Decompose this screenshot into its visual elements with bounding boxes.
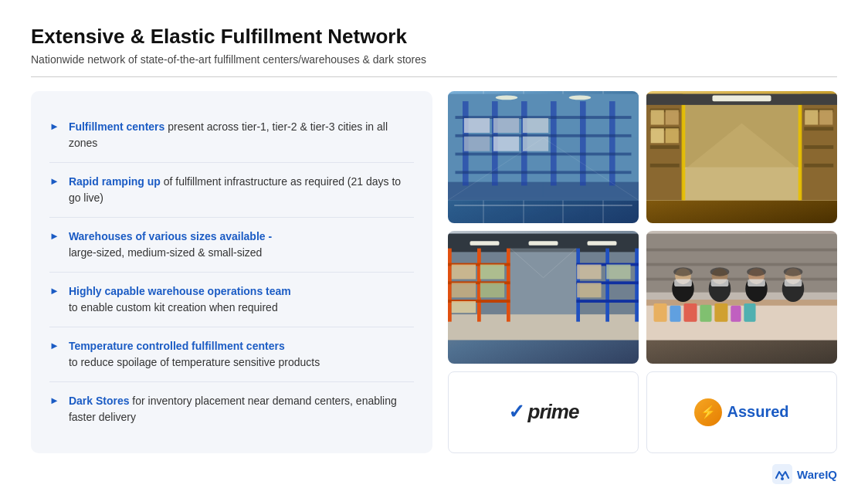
svg-rect-36: [798, 94, 802, 201]
prime-check-icon: ✓: [508, 400, 525, 424]
svg-rect-28: [650, 145, 680, 149]
bullet-arrow-icon: ►: [49, 230, 59, 242]
svg-rect-68: [577, 265, 601, 280]
svg-rect-80: [646, 300, 837, 306]
svg-rect-39: [651, 128, 664, 143]
svg-point-19: [569, 96, 592, 100]
svg-rect-32: [804, 127, 833, 130]
svg-rect-89: [674, 280, 692, 287]
svg-rect-100: [700, 305, 711, 322]
svg-point-93: [673, 268, 693, 276]
svg-rect-11: [456, 171, 632, 174]
prime-logo: ✓ prime: [508, 400, 579, 424]
svg-rect-44: [713, 96, 771, 102]
warehouse-photo-2: [646, 91, 837, 223]
wareiq-brand: WareIQ: [772, 464, 837, 484]
svg-rect-91: [748, 280, 765, 287]
svg-rect-49: [529, 241, 558, 246]
svg-rect-90: [711, 280, 729, 287]
svg-rect-65: [452, 301, 476, 313]
svg-rect-12: [464, 118, 490, 133]
warehouse-photo-3: [448, 231, 639, 363]
svg-rect-33: [804, 145, 833, 149]
bullet-text-b2: Rapid ramping up of fulfillment infrastr…: [69, 174, 414, 206]
svg-rect-63: [452, 265, 476, 280]
header-divider: [31, 76, 837, 77]
svg-rect-53: [507, 249, 510, 322]
bullet-strong-b1: Fulfillment centers: [69, 120, 164, 133]
svg-rect-41: [805, 110, 818, 125]
svg-rect-101: [714, 303, 727, 322]
svg-rect-35: [682, 94, 686, 201]
bullet-list-panel: ► Fulfillment centers present across tie…: [31, 91, 432, 453]
assured-icon: ⚡: [694, 398, 722, 426]
bullet-item-b3: ► Warehouses of various sizes available …: [49, 218, 414, 273]
svg-rect-98: [670, 306, 680, 322]
bullet-arrow-icon: ►: [49, 340, 59, 351]
svg-rect-71: [510, 249, 577, 315]
svg-rect-51: [448, 249, 452, 322]
svg-rect-50: [588, 241, 617, 246]
warehouse-team-photo: [646, 231, 837, 363]
svg-rect-66: [480, 265, 504, 280]
logos-row: ✓ prime ⚡ Assured: [448, 371, 837, 453]
assured-logo: ⚡ Assured: [694, 398, 788, 426]
bullet-text-b1: Fulfillment centers present across tier-…: [69, 119, 414, 151]
prime-label: prime: [528, 400, 579, 424]
bullet-arrow-icon: ►: [49, 285, 59, 297]
svg-rect-58: [605, 249, 609, 322]
svg-rect-76: [646, 249, 837, 252]
svg-rect-46: [448, 314, 639, 340]
photo-grid: ✓ prime ⚡ Assured: [448, 91, 837, 453]
assured-logo-cell: ⚡ Assured: [646, 371, 837, 453]
svg-rect-64: [452, 283, 476, 298]
svg-rect-102: [731, 306, 741, 322]
bullet-text-b4: Highly capable warehouse operations team…: [69, 283, 291, 316]
bullet-strong-b3: Warehouses of various sizes available -: [69, 230, 272, 242]
wareiq-logo-icon: [772, 464, 792, 484]
svg-rect-13: [493, 118, 519, 133]
svg-rect-70: [606, 265, 630, 280]
page-subtitle: Nationwide network of state-of-the-art f…: [31, 53, 837, 66]
svg-rect-99: [683, 303, 697, 322]
svg-rect-34: [804, 164, 833, 168]
bullet-text-b6: Dark Stores for inventory placement near…: [69, 393, 414, 425]
svg-rect-103: [744, 303, 755, 322]
warehouse-photo-1: [448, 91, 639, 223]
svg-rect-10: [456, 153, 632, 156]
svg-rect-67: [480, 283, 504, 298]
svg-rect-16: [493, 137, 519, 151]
svg-rect-77: [646, 263, 837, 266]
bullet-arrow-icon: ►: [49, 395, 59, 406]
bullet-strong-b4: Highly capable warehouse operations team: [69, 285, 291, 297]
svg-rect-42: [819, 110, 832, 125]
bullet-text-b3: Warehouses of various sizes available -l…: [69, 229, 272, 261]
bullet-arrow-icon: ►: [49, 120, 59, 132]
assured-label: Assured: [727, 403, 788, 421]
bullet-item-b6: ► Dark Stores for inventory placement ne…: [49, 382, 414, 436]
svg-point-105: [781, 477, 784, 480]
svg-rect-15: [464, 137, 490, 151]
svg-point-95: [747, 268, 766, 276]
svg-rect-48: [470, 241, 500, 246]
bullet-item-b4: ► Highly capable warehouse operations te…: [49, 273, 414, 327]
svg-point-18: [496, 96, 518, 100]
svg-point-94: [710, 268, 730, 276]
bullet-strong-b2: Rapid ramping up: [69, 175, 161, 188]
svg-rect-92: [785, 280, 802, 287]
svg-rect-37: [651, 110, 664, 125]
prime-logo-cell: ✓ prime: [448, 371, 639, 453]
bullet-strong-b5: Temperature controlled fulfillment cente…: [69, 340, 285, 352]
bullet-text-b5: Temperature controlled fulfillment cente…: [69, 338, 320, 371]
content-area: ► Fulfillment centers present across tie…: [31, 91, 837, 453]
bullet-item-b2: ► Rapid ramping up of fulfillment infras…: [49, 163, 414, 218]
page-title: Extensive & Elastic Fulfillment Network: [31, 25, 837, 49]
bullet-item-b5: ► Temperature controlled fulfillment cen…: [49, 327, 414, 382]
footer: WareIQ: [31, 464, 837, 484]
svg-rect-40: [666, 128, 679, 143]
svg-rect-14: [523, 118, 548, 133]
bullet-item-b1: ► Fulfillment centers present across tie…: [49, 108, 414, 163]
svg-point-96: [784, 268, 803, 276]
svg-rect-29: [650, 164, 680, 168]
svg-rect-104: [772, 464, 792, 484]
